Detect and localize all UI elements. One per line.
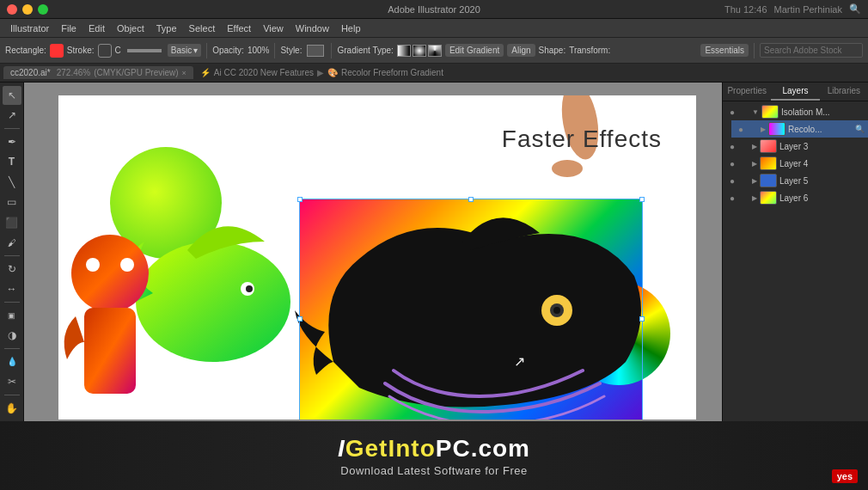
handle-top-left[interactable] (297, 197, 303, 202)
gradient-type-label: Gradient Type: (337, 46, 393, 55)
layer-visibility-2[interactable]: ● (735, 125, 747, 134)
user-display: Martin Perhiniak (774, 4, 842, 15)
menu-view[interactable]: View (258, 23, 289, 34)
menu-effect[interactable]: Effect (222, 23, 256, 34)
pen-tool[interactable]: ✒ (3, 132, 21, 151)
rotate-tool[interactable]: ↻ (3, 260, 21, 279)
minimize-button[interactable] (22, 4, 33, 15)
document-tab[interactable]: cc2020.ai* 272.46% (CMYK/GPU Preview) × (3, 66, 193, 79)
layer-expand-5[interactable]: ▶ (752, 177, 757, 185)
menu-window[interactable]: Window (290, 23, 334, 34)
svg-point-10 (86, 258, 100, 272)
layer-visibility-3[interactable]: ● (726, 142, 738, 151)
brush-tool[interactable]: 🖌 (3, 234, 21, 253)
watermark-domain: .com (471, 435, 530, 462)
layer-expand-4[interactable]: ▶ (752, 160, 757, 168)
dropdown-arrow: ▾ (193, 46, 198, 55)
layer-expand-3[interactable]: ▶ (752, 143, 757, 150)
linear-gradient-btn[interactable] (397, 45, 411, 57)
layer-row-4[interactable]: ● ▶ Layer 4 (723, 155, 868, 172)
gradient-tool[interactable]: ▣ (3, 306, 21, 325)
tab-layers[interactable]: Layers (771, 83, 819, 101)
handle-top-right[interactable] (639, 197, 645, 202)
tab-close-btn[interactable]: × (182, 69, 186, 77)
menu-edit[interactable]: Edit (83, 23, 110, 34)
radial-gradient-btn[interactable] (413, 45, 426, 57)
menu-object[interactable]: Object (112, 23, 150, 34)
scissors-tool[interactable]: ✂ (3, 373, 21, 392)
paint-bucket-tool[interactable]: ⬛ (3, 213, 21, 232)
transform-label: Transform: (569, 46, 610, 55)
tab-libraries[interactable]: Libraries (820, 83, 868, 101)
direct-select-tool[interactable]: ↗ (3, 107, 21, 126)
svg-point-1 (552, 160, 583, 177)
layer-expand-6[interactable]: ▶ (752, 194, 757, 202)
reflect-tool[interactable]: ↔ (3, 280, 21, 299)
breadcrumb-icon-2: 🎨 (327, 68, 338, 77)
layer-visibility-6[interactable]: ● (726, 193, 738, 203)
menu-help[interactable]: Help (336, 23, 366, 34)
essentials-btn[interactable]: Essentials (700, 44, 749, 57)
window-controls[interactable] (7, 4, 48, 15)
canvas-area[interactable]: Faster Effects (24, 83, 722, 471)
toolbar-separator-1 (206, 43, 207, 58)
style-label: Style: (280, 46, 302, 55)
layer-thumb-5 (760, 174, 777, 187)
watermark-i: I (338, 435, 345, 462)
edit-gradient-btn[interactable]: Edit Gradient (445, 44, 504, 57)
zoom-level: 272.46% (57, 68, 90, 77)
layer-name-2: Recolo... (788, 125, 851, 134)
breadcrumb-item-2[interactable]: Recolor Freeform Gradient (341, 68, 443, 77)
menu-select[interactable]: Select (184, 23, 221, 34)
layer-visibility-1[interactable]: ● (726, 107, 738, 117)
handle-mid-right[interactable] (639, 316, 645, 322)
close-button[interactable] (7, 4, 17, 15)
search-icon[interactable]: 🔍 (849, 3, 861, 15)
left-animal-artwork (58, 230, 187, 402)
layer-thumb-2 (768, 122, 785, 136)
eyedrop-tool[interactable]: 💧 (3, 352, 21, 371)
tool-sep-1 (4, 128, 20, 129)
blend-tool[interactable]: ◑ (3, 327, 21, 346)
align-btn[interactable]: Align (507, 44, 535, 57)
handle-top-mid[interactable] (468, 197, 474, 202)
brush-dropdown[interactable]: Basic ▾ (168, 44, 201, 57)
stroke-color-btn[interactable] (98, 44, 112, 58)
menu-type[interactable]: Type (151, 23, 182, 34)
maximize-button[interactable] (38, 4, 48, 15)
layer-row-1[interactable]: ● ▼ Isolation M... (723, 103, 868, 120)
breadcrumb-item-1[interactable]: Ai CC 2020 New Features (214, 68, 314, 77)
style-preview[interactable] (307, 45, 324, 57)
right-panel: Properties Layers Libraries ● ▼ Isolatio… (722, 83, 868, 471)
layer-expand-1[interactable]: ▼ (752, 108, 759, 116)
rect-tool[interactable]: ▭ (3, 193, 21, 212)
layer-row-6[interactable]: ● ▶ Layer 6 (723, 189, 868, 206)
layer-visibility-5[interactable]: ● (726, 176, 738, 186)
type-tool[interactable]: T (3, 153, 21, 172)
layer-row-2[interactable]: ● ▶ Recolo... 🔍 (731, 120, 868, 138)
layer-thumb-6 (760, 191, 777, 205)
tool-sep-5 (4, 395, 20, 395)
gradient-type-options (397, 45, 442, 57)
line-tool[interactable]: ╲ (3, 173, 21, 192)
svg-rect-9 (84, 308, 136, 394)
stroke-label: Stroke: (67, 46, 95, 55)
menu-file[interactable]: File (56, 23, 82, 34)
fill-color-btn[interactable] (50, 44, 64, 58)
layer-expand-2[interactable]: ▶ (761, 126, 766, 133)
mouse-cursor: ↗ (514, 353, 524, 369)
color-mode: (CMYK/GPU Preview) (94, 68, 178, 77)
watermark-overlay: IGetIntoPC.com Download Latest Software … (0, 421, 868, 490)
handle-mid-left[interactable] (297, 316, 303, 322)
faster-effects-text: Faster Effects (502, 126, 662, 153)
selection-tool[interactable]: ↖ (3, 86, 21, 105)
stock-search-input[interactable] (760, 43, 863, 58)
tab-properties[interactable]: Properties (723, 83, 771, 101)
layer-row-3[interactable]: ● ▶ Layer 3 (723, 138, 868, 155)
layer-row-5[interactable]: ● ▶ Layer 5 (723, 172, 868, 189)
freeform-gradient-btn[interactable] (428, 45, 442, 57)
menu-illustrator[interactable]: Illustrator (5, 23, 54, 34)
hand-tool[interactable]: ✋ (3, 399, 21, 418)
artboard[interactable]: Faster Effects (58, 95, 696, 420)
layer-visibility-4[interactable]: ● (726, 159, 738, 168)
